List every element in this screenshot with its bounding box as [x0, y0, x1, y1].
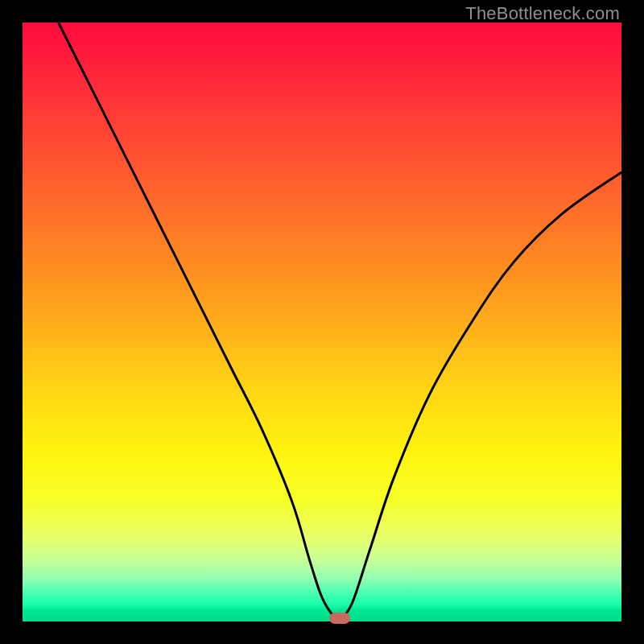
chart-frame: TheBottleneck.com: [0, 0, 644, 644]
curve-path: [59, 23, 621, 620]
plot-area: [23, 23, 621, 621]
watermark-text: TheBottleneck.com: [465, 3, 620, 24]
trough-marker: [329, 613, 350, 624]
bottleneck-curve: [23, 23, 621, 621]
